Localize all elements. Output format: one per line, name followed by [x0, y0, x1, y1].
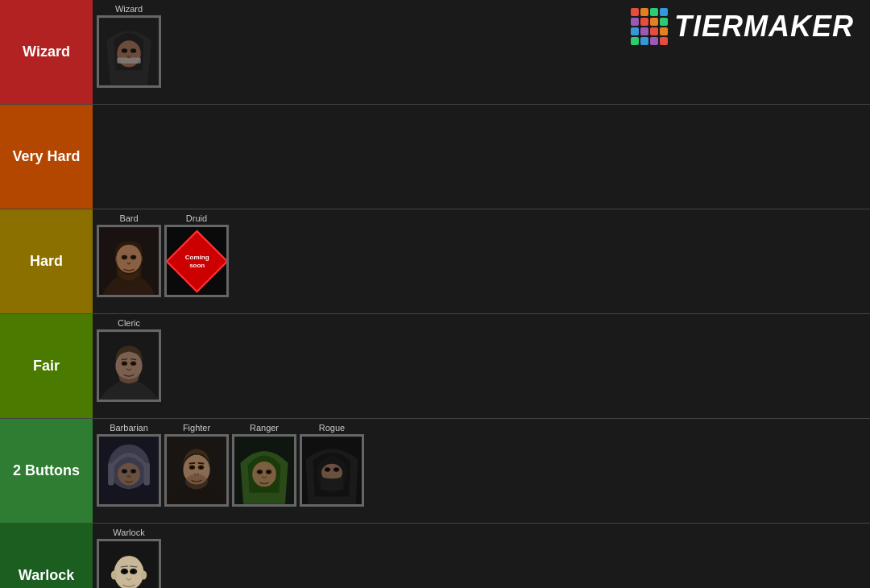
char-name-label: Druid	[164, 213, 229, 223]
svg-point-43	[267, 470, 271, 474]
svg-point-6	[126, 56, 131, 59]
svg-point-53	[111, 570, 117, 579]
tier-row-b: HardBard Druid Comingsoon	[0, 209, 870, 314]
logo-cell	[640, 27, 648, 35]
list-item[interactable]: Fighter	[164, 423, 229, 507]
tier-label-e: Warlock	[0, 524, 93, 588]
list-item[interactable]: Warlock Work in	[97, 528, 161, 588]
svg-point-3	[122, 48, 127, 53]
tier-content-d[interactable]: Barbarian Fighter	[93, 419, 870, 523]
char-portrait[interactable]	[232, 434, 296, 507]
header: TiERMAKER	[631, 8, 854, 45]
svg-point-58	[131, 569, 135, 574]
list-item[interactable]: Druid Comingsoon	[164, 213, 229, 297]
char-portrait[interactable]	[97, 225, 161, 297]
svg-point-12	[123, 256, 126, 259]
svg-point-54	[141, 570, 147, 579]
char-name-label: Barbarian	[97, 423, 161, 433]
logo-cell	[631, 18, 639, 26]
svg-point-20	[132, 362, 135, 365]
list-item[interactable]: Rogue	[300, 423, 364, 507]
svg-point-39	[252, 462, 276, 487]
svg-rect-23	[108, 463, 114, 486]
logo-cell	[660, 18, 668, 26]
coming-soon-overlay: Comingsoon	[167, 227, 226, 295]
char-name-label: Rogue	[300, 423, 364, 433]
logo-cell	[640, 18, 648, 26]
char-portrait[interactable]	[164, 434, 229, 507]
char-portrait[interactable]	[97, 15, 161, 88]
logo-cell	[660, 8, 668, 16]
svg-point-37	[200, 466, 203, 469]
svg-point-29	[132, 470, 135, 473]
logo-cell	[640, 8, 648, 16]
svg-point-4	[130, 48, 136, 53]
svg-point-9	[116, 245, 141, 273]
char-name-label: Warlock	[97, 528, 161, 537]
list-item[interactable]: Barbarian	[97, 423, 161, 507]
logo-cell	[660, 27, 668, 35]
char-name-label: Wizard	[97, 4, 161, 14]
tier-content-b[interactable]: Bard Druid Comingsoon	[93, 209, 870, 313]
logo-cell	[650, 37, 658, 45]
tier-content-c[interactable]: Cleric	[93, 314, 870, 418]
char-name-label: Cleric	[97, 318, 161, 328]
list-item[interactable]: Ranger	[232, 423, 296, 507]
char-portrait[interactable]	[97, 329, 161, 402]
logo-cell	[650, 27, 658, 35]
tier-label-b: Hard	[0, 209, 93, 313]
svg-point-19	[123, 362, 126, 365]
svg-point-57	[122, 569, 126, 574]
logo-cell	[631, 27, 639, 35]
svg-point-13	[132, 256, 135, 259]
svg-rect-24	[144, 463, 150, 486]
logo-cell	[660, 37, 668, 45]
svg-point-50	[335, 468, 338, 471]
char-portrait[interactable]: Work in	[97, 539, 161, 588]
logo-cell	[631, 37, 639, 45]
logo-cell	[650, 18, 658, 26]
tier-label-a: Very Hard	[0, 105, 93, 209]
char-name-label: Bard	[97, 213, 161, 223]
svg-point-28	[123, 470, 126, 473]
svg-point-42	[259, 470, 262, 474]
svg-point-36	[191, 466, 194, 469]
tier-row-e: WarlockWarlock Work in	[0, 524, 870, 588]
svg-rect-5	[117, 57, 141, 63]
list-item[interactable]: Wizard	[97, 4, 161, 88]
logo-text: TiERMAKER	[674, 10, 854, 43]
list-item[interactable]: Bard	[97, 213, 161, 297]
svg-point-30	[126, 475, 131, 478]
tier-list: WizardWizard Very HardHardBard	[0, 0, 870, 588]
list-item[interactable]: Cleric	[97, 318, 161, 402]
tier-label-d: 2 Buttons	[0, 419, 93, 523]
logo-cell	[650, 8, 658, 16]
char-portrait[interactable]	[97, 434, 161, 507]
tier-label-c: Fair	[0, 314, 93, 418]
char-portrait[interactable]: Comingsoon	[164, 225, 229, 297]
char-name-label: Ranger	[232, 423, 296, 433]
logo-cell	[640, 37, 648, 45]
logo-grid	[631, 8, 668, 45]
svg-point-49	[326, 468, 329, 471]
tier-label-s: Wizard	[0, 0, 93, 104]
char-portrait[interactable]	[300, 434, 364, 507]
tier-row-d: 2 ButtonsBarbarian Fighter	[0, 419, 870, 524]
tier-row-a: Very Hard	[0, 105, 870, 209]
tier-content-e[interactable]: Warlock Work in	[93, 524, 870, 588]
char-name-label: Fighter	[164, 423, 229, 433]
tier-content-a[interactable]	[93, 105, 870, 209]
logo-cell	[631, 8, 639, 16]
tier-row-c: FairCleric	[0, 314, 870, 419]
